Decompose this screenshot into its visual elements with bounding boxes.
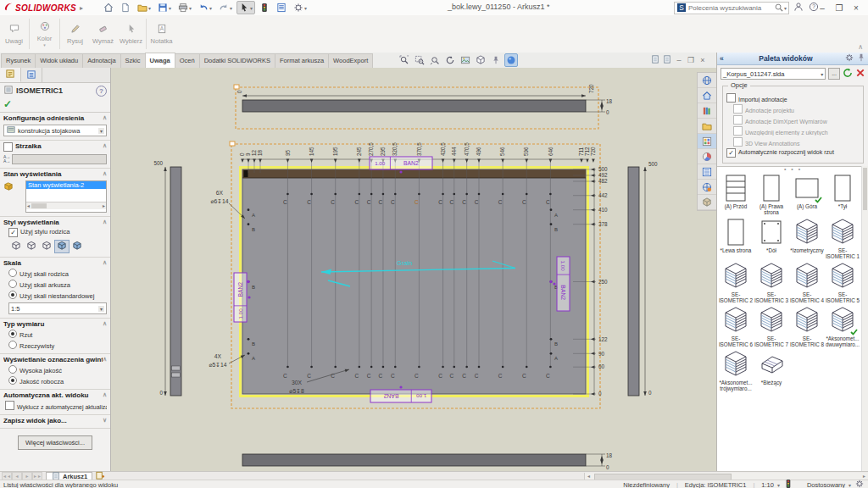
menu-expand-icon[interactable]: ▸ <box>80 4 83 12</box>
rotate-view-icon[interactable] <box>443 53 457 67</box>
drawing-view-right[interactable]: 5000 <box>628 161 658 396</box>
arrow-label-input[interactable] <box>12 154 107 164</box>
scene-icon[interactable] <box>504 53 518 67</box>
view-thumbnail[interactable]: SE-ISOMETRIC 4 <box>789 261 825 303</box>
palette-scrollbar[interactable] <box>861 166 868 471</box>
thread-draft-quality-radio[interactable] <box>8 376 17 385</box>
drawing-view-left[interactable]: 5000 <box>153 160 181 396</box>
list-scrollbar[interactable]: ◄► <box>26 202 106 209</box>
collapse-pane-icon[interactable]: « <box>720 54 724 63</box>
print-icon[interactable]: ▾ <box>175 1 194 14</box>
reference-config-select[interactable]: konstrukcja stojakowa ▾ <box>3 125 107 136</box>
appearance-icon[interactable] <box>459 53 472 67</box>
pin-icon[interactable] <box>489 53 503 67</box>
view-thumbnail[interactable]: SE-ISOMETRIC 6 <box>718 305 754 347</box>
tab-widok-uk-adu[interactable]: Widok układu <box>35 53 83 68</box>
view-thumbnail[interactable]: *Aksonomet... dwuwymiaro... <box>825 305 860 347</box>
zoom-previous-icon[interactable] <box>428 53 442 67</box>
clear-icon[interactable] <box>855 68 865 80</box>
tab-propertymanager[interactable] <box>0 68 21 82</box>
tab-configurations[interactable] <box>21 68 42 82</box>
view-thumbnail[interactable]: (A) Przód <box>718 173 754 215</box>
ribbon-uwagi-button[interactable]: Uwagi <box>0 15 28 53</box>
file-properties-icon[interactable] <box>274 1 289 14</box>
collapse-icon[interactable]: ∧ <box>103 114 107 122</box>
open-icon[interactable]: ▾ <box>135 1 153 14</box>
arrow-checkbox[interactable] <box>3 142 13 152</box>
collapse-icon[interactable]: ∧ <box>103 219 107 226</box>
doc-minimize-icon[interactable]: – <box>673 56 685 64</box>
appearances-icon[interactable] <box>698 149 716 164</box>
dim-projected-radio[interactable] <box>8 330 17 338</box>
zoom-area-icon[interactable] <box>413 53 426 67</box>
doc-restore-icon[interactable]: ❐ <box>685 56 697 64</box>
doc-tab-icon[interactable] <box>661 54 673 66</box>
close-button[interactable]: × <box>848 3 865 13</box>
tab-oce-[interactable]: Oceń <box>175 53 200 68</box>
search-caret-icon[interactable]: ▾ <box>784 5 787 11</box>
rebuild-icon[interactable] <box>257 1 272 14</box>
drawing-view-front[interactable]: 09121895145195245270,5295320,5370,5420,5… <box>209 142 608 402</box>
auto-start-view-checkbox[interactable]: ✓ <box>726 148 736 158</box>
view-thumbnail[interactable]: (A) Góra <box>789 173 825 215</box>
status-custom[interactable]: Dostosowany <box>807 481 845 488</box>
ribbon-kolor-button[interactable]: Kolor▾ <box>31 15 58 53</box>
view-thumbnail[interactable]: SE-ISOMETRIC 5 <box>825 261 860 303</box>
view-thumbnail[interactable]: *Lewa strona <box>718 217 754 259</box>
view-thumbnail[interactable]: SE-ISOMETRIC 3 <box>754 261 789 303</box>
tab-uwaga[interactable]: Uwaga <box>145 53 175 68</box>
import-annotations-checkbox[interactable] <box>726 93 736 103</box>
home-icon[interactable] <box>101 1 116 14</box>
more-properties-button[interactable]: Więcej właściwości... <box>18 435 92 450</box>
hidden-lines-removed-button[interactable] <box>39 240 54 253</box>
collapse-icon[interactable]: ∧ <box>103 170 107 178</box>
new-document-icon[interactable] <box>118 1 133 14</box>
collapse-icon[interactable]: ∧ <box>103 391 107 399</box>
home-small-icon[interactable] <box>698 88 716 103</box>
view-thumbnail[interactable]: *Dół <box>754 217 789 259</box>
display-state-item[interactable]: Stan wyświetlania-2 <box>26 181 106 189</box>
drawing-canvas[interactable]: 07201801805000500009121895145195245270,5… <box>111 68 716 471</box>
file-explorer-icon[interactable] <box>698 119 716 134</box>
view-thumbnail[interactable]: SE-ISOMETRIC 7 <box>754 305 789 347</box>
command-search[interactable]: S ▾ <box>674 2 789 14</box>
tab-adnotacja[interactable]: Adnotacja <box>82 53 120 68</box>
thread-high-quality-radio[interactable] <box>8 365 17 374</box>
dim-true-radio[interactable] <box>8 341 17 349</box>
view-palette-icon[interactable] <box>698 134 716 149</box>
view-thumbnail[interactable]: SE-ISOMETRIC 2 <box>718 261 754 303</box>
doc-tab-icon[interactable] <box>649 54 661 66</box>
collapse-icon[interactable]: ∧ <box>103 320 107 328</box>
forum-icon[interactable] <box>698 180 716 195</box>
drawing-view-top[interactable]: 0720180 <box>236 84 613 115</box>
ribbon-wybierz-button[interactable]: Wybierz <box>117 15 145 53</box>
minimize-button[interactable]: – <box>814 3 831 13</box>
drawing-view-icon[interactable] <box>474 53 487 67</box>
view-thumbnail[interactable]: *Bieżący <box>754 349 789 391</box>
search-input[interactable] <box>687 3 774 13</box>
user-account-icon[interactable] <box>793 2 804 14</box>
view-thumbnail[interactable]: SE-ISOMETRIC 8 <box>789 305 825 347</box>
shaded-button[interactable] <box>70 240 85 253</box>
collapse-icon[interactable]: ∧ <box>103 356 107 363</box>
zoom-fit-icon[interactable] <box>398 53 411 67</box>
ribbon-rysuj-button[interactable]: Rysuj <box>61 15 89 53</box>
wireframe-button[interactable] <box>8 240 24 253</box>
scale-caret-icon[interactable]: ▾ <box>777 482 780 488</box>
custom-caret-icon[interactable]: ▾ <box>849 482 851 488</box>
refresh-icon[interactable] <box>843 68 853 80</box>
status-scale[interactable]: 1:10 <box>761 481 774 488</box>
custom-properties-icon[interactable] <box>698 164 716 180</box>
shaded-with-edges-button[interactable] <box>54 240 70 253</box>
palette-file-select[interactable]: _Korpus_011247.slda ▾ <box>721 68 826 80</box>
options-icon[interactable]: ▾ <box>291 1 309 14</box>
design-library-icon[interactable] <box>698 103 716 119</box>
ribbon-wymaż-button[interactable]: Wymaż <box>89 15 117 53</box>
pin-icon[interactable] <box>856 53 866 64</box>
scale-parent-radio[interactable] <box>8 269 17 277</box>
scale-sheet-radio[interactable] <box>8 280 17 288</box>
resources-icon[interactable] <box>698 73 716 88</box>
restore-button[interactable]: ❐ <box>831 3 848 13</box>
collapse-icon[interactable]: ∧ <box>103 142 107 152</box>
exclude-auto-update-checkbox[interactable] <box>5 401 14 410</box>
